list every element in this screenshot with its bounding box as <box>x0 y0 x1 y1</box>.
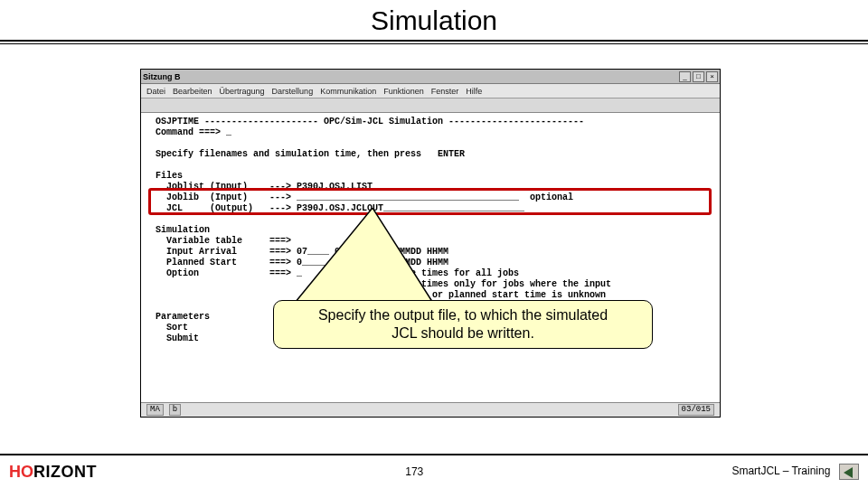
term-line: OSJPTIME --------------------- OPC/Sim-J… <box>150 117 584 127</box>
menu-item[interactable]: Fenster <box>431 87 459 96</box>
slide-footer: HORIZONT 173 SmartJCL – Training <box>0 454 868 488</box>
term-line: Specify filenames and simulation time, t… <box>150 149 465 159</box>
term-line <box>150 301 156 311</box>
term-line: Submit <box>150 333 269 343</box>
window-menubar: Datei Bearbeiten Übertragung Darstellung… <box>141 84 720 99</box>
menu-item[interactable]: Übertragung <box>220 87 265 96</box>
callout-tooltip: Specify the output file, to which the si… <box>273 300 653 349</box>
course-name: SmartJCL – Training <box>731 465 830 477</box>
menu-item[interactable]: Datei <box>146 87 165 96</box>
svg-marker-0 <box>291 208 436 307</box>
term-line <box>150 214 156 224</box>
window-titlebar: Sitzung B _ □ × <box>141 70 720 84</box>
close-button[interactable]: × <box>706 71 718 82</box>
divider <box>0 43 868 44</box>
logo-letter: H <box>9 463 21 481</box>
callout-text: JCL should be written. <box>287 324 639 343</box>
menu-item[interactable]: Bearbeiten <box>173 87 212 96</box>
page-title: Simulation <box>0 0 868 40</box>
window-toolbar <box>141 99 720 113</box>
logo: HORIZONT <box>9 463 97 482</box>
menu-item[interactable]: Kommunikation <box>320 87 376 96</box>
callout-text: Specify the output file, to which the si… <box>287 306 639 324</box>
term-line <box>150 138 156 148</box>
status-cursor-pos: 03/015 <box>678 404 714 416</box>
logo-letter: O <box>21 463 33 481</box>
maximize-button[interactable]: □ <box>693 71 704 82</box>
term-line: Files <box>150 171 183 181</box>
term-line: Simulation <box>150 225 210 235</box>
logo-text: RIZONT <box>33 463 97 481</box>
divider <box>0 40 868 42</box>
term-line: Command ===> _ <box>150 127 231 137</box>
window-title: Sitzung B <box>143 72 181 81</box>
term-line: Parameters <box>150 312 210 322</box>
term-line: Variable table ===> <box>150 236 297 246</box>
menu-item[interactable]: Funktionen <box>383 87 424 96</box>
term-line: Sort <box>150 323 269 333</box>
status-indicator: MA <box>146 404 164 416</box>
back-arrow-icon[interactable] <box>839 464 859 480</box>
term-line <box>150 160 156 170</box>
window-statusbar: MA b 03/015 <box>141 402 720 417</box>
status-indicator: b <box>169 404 181 416</box>
minimize-button[interactable]: _ <box>679 71 691 82</box>
page-number: 173 <box>405 465 423 478</box>
menu-item[interactable]: Hilfe <box>466 87 482 96</box>
menu-item[interactable]: Darstellung <box>272 87 314 96</box>
